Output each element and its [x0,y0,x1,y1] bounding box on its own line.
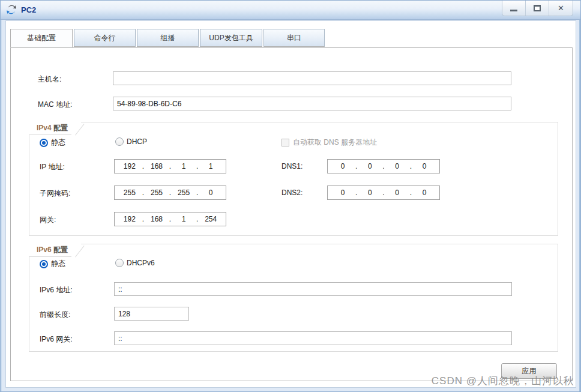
apply-button[interactable]: 应用 [501,363,557,379]
close-button[interactable]: ✕ [549,1,573,16]
radio-unselected-icon [115,259,124,267]
window-controls: ✕ [502,1,573,16]
checkbox-icon [281,139,289,146]
gateway-label: 网关: [40,215,56,225]
ip-address-label: IP 地址: [40,162,65,172]
auto-dns-checkbox[interactable]: 自动获取 DNS 服务器地址 [281,137,377,148]
titlebar[interactable]: PC2 ✕ [1,1,580,20]
ipv6-group-label: IPv6 配置 [29,244,81,257]
maximize-icon [534,5,541,11]
tab-multicast[interactable]: 组播 [137,29,199,47]
mac-input[interactable] [113,97,511,110]
ipv6-dhcp-radio[interactable]: DHCPv6 [115,259,155,267]
ipv6-address-label: IPv6 地址: [40,285,73,295]
subnet-mask-input[interactable]: 255 255 255 0 [114,185,226,200]
ipv4-dhcp-radio[interactable]: DHCP [115,137,147,146]
dns2-label: DNS2: [281,188,303,197]
minimize-button[interactable] [502,1,526,16]
tab-bar: 基础配置 命令行 组播 UDP发包工具 串口 [10,29,325,47]
hostname-input[interactable] [113,71,511,85]
ipv4-static-radio[interactable]: 静态 [40,137,65,148]
ipv6-group: IPv6 配置 静态 DHCPv6 IPv6 地址: 前缀长度: IPv6 网关… [29,244,558,352]
radio-unselected-icon [115,137,124,146]
pc-config-window: PC2 ✕ 基础配置 命令行 组播 UDP发包工具 串口 主机名: MAC 地址… [0,0,581,392]
prefix-length-label: 前缀长度: [40,310,70,320]
subnet-mask-label: 子网掩码: [40,188,70,199]
window-title: PC2 [21,5,36,14]
ensp-app-icon [5,4,17,16]
tab-udp-tool[interactable]: UDP发包工具 [200,29,262,47]
radio-selected-icon [40,260,48,268]
main-panel: 基础配置 命令行 组播 UDP发包工具 串口 主机名: MAC 地址: IPv4… [5,20,576,388]
ipv6-address-input[interactable] [114,282,512,296]
ipv4-group-label: IPv4 配置 [29,122,81,135]
dns1-label: DNS1: [281,162,303,170]
ip-address-input[interactable]: 192 168 1 1 [114,159,226,173]
radio-selected-icon [40,139,48,147]
gateway-input[interactable]: 192 168 1 254 [114,212,226,226]
tab-serial[interactable]: 串口 [263,29,325,47]
maximize-button[interactable] [526,1,549,16]
dns1-input[interactable]: 0 0 0 0 [327,159,440,173]
dns2-input[interactable]: 0 0 0 0 [327,185,440,200]
ipv6-gateway-input[interactable] [114,331,512,345]
ipv4-group: IPv4 配置 静态 DHCP 自动获取 DNS 服务器地址 IP 地址 [29,122,558,236]
minimize-icon [510,10,517,11]
close-icon: ✕ [558,4,564,13]
basic-config-panel: 主机名: MAC 地址: IPv4 配置 静态 DHCP [10,47,573,381]
tab-command-line[interactable]: 命令行 [74,29,136,47]
ipv6-static-radio[interactable]: 静态 [40,259,65,269]
mac-label: MAC 地址: [38,100,72,110]
tab-basic-config[interactable]: 基础配置 [10,29,73,47]
hostname-label: 主机名: [38,74,61,85]
prefix-length-input[interactable] [114,307,189,321]
ipv6-gateway-label: IPv6 网关: [40,334,73,345]
